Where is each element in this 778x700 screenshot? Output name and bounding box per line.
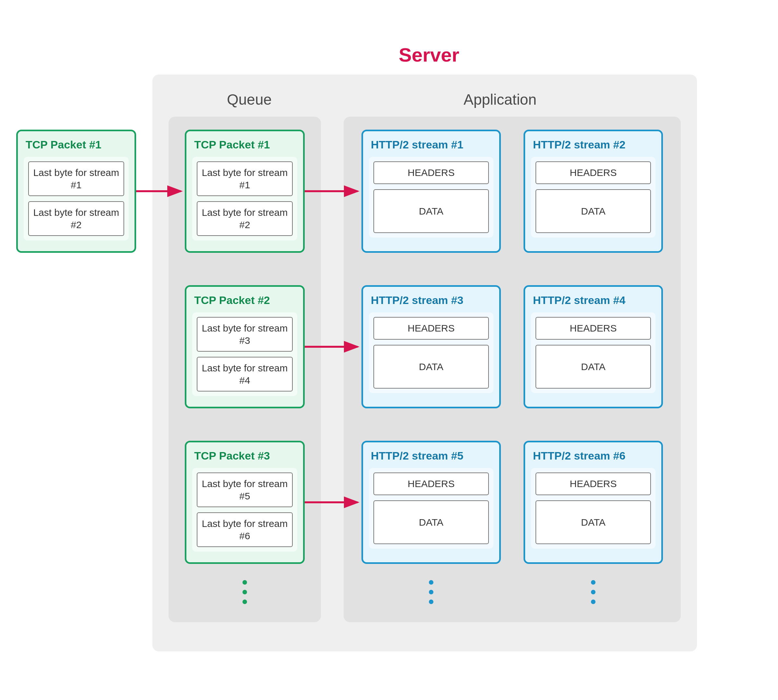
- stream-headers: HEADERS: [374, 317, 489, 340]
- stream-title: HTTP/2 stream #4: [533, 294, 656, 307]
- stream-data: DATA: [374, 345, 489, 388]
- stream-title: HTTP/2 stream #2: [533, 138, 656, 151]
- stream-title: HTTP/2 stream #5: [371, 450, 493, 462]
- queue-ellipsis-icon: [242, 580, 247, 604]
- http2-stream-5: HTTP/2 stream #5 HEADERS DATA: [361, 441, 501, 564]
- tcp-packet-inner: Last byte for stream #5 Last byte for st…: [192, 468, 297, 552]
- tcp-packet-title: TCP Packet #1: [26, 138, 129, 151]
- stream-data: DATA: [536, 189, 651, 233]
- diagram-title: Server: [399, 44, 459, 66]
- byte-row: Last byte for stream #2: [28, 201, 124, 236]
- byte-row: Last byte for stream #2: [197, 201, 293, 236]
- stream-inner: HEADERS DATA: [369, 468, 493, 549]
- http2-stream-6: HTTP/2 stream #6 HEADERS DATA: [524, 441, 663, 564]
- tcp-packet-inner: Last byte for stream #1 Last byte for st…: [192, 157, 297, 240]
- tcp-packet-inner: Last byte for stream #3 Last byte for st…: [192, 312, 297, 396]
- stream-headers: HEADERS: [374, 472, 489, 495]
- tcp-packet-title: TCP Packet #1: [194, 138, 297, 151]
- stream-headers: HEADERS: [536, 472, 651, 495]
- http2-stream-3: HTTP/2 stream #3 HEADERS DATA: [361, 285, 501, 408]
- byte-row: Last byte for stream #4: [197, 357, 293, 392]
- tcp-packet-inner: Last byte for stream #1 Last byte for st…: [24, 157, 129, 240]
- stream-data: DATA: [536, 345, 651, 388]
- stream-inner: HEADERS DATA: [369, 157, 493, 238]
- byte-row: Last byte for stream #1: [197, 162, 293, 196]
- stream-title: HTTP/2 stream #6: [533, 450, 656, 462]
- stream-inner: HEADERS DATA: [531, 468, 656, 549]
- byte-row: Last byte for stream #6: [197, 512, 293, 547]
- http2-stream-1: HTTP/2 stream #1 HEADERS DATA: [361, 130, 501, 253]
- stream-data: DATA: [374, 500, 489, 544]
- tcp-packet-title: TCP Packet #2: [194, 294, 297, 307]
- stream-data: DATA: [536, 500, 651, 544]
- queue-tcp-packet-1: TCP Packet #1 Last byte for stream #1 La…: [185, 130, 305, 253]
- byte-row: Last byte for stream #3: [197, 317, 293, 352]
- http2-stream-2: HTTP/2 stream #2 HEADERS DATA: [524, 130, 663, 253]
- queue-tcp-packet-2: TCP Packet #2 Last byte for stream #3 La…: [185, 285, 305, 408]
- stream-headers: HEADERS: [536, 317, 651, 340]
- byte-row: Last byte for stream #5: [197, 472, 293, 507]
- byte-row: Last byte for stream #1: [28, 162, 124, 196]
- stream-headers: HEADERS: [536, 162, 651, 184]
- external-tcp-packet: TCP Packet #1 Last byte for stream #1 La…: [16, 130, 136, 253]
- app-ellipsis-icon: [591, 580, 596, 604]
- stream-inner: HEADERS DATA: [369, 312, 493, 393]
- stream-inner: HEADERS DATA: [531, 312, 656, 393]
- stream-inner: HEADERS DATA: [531, 157, 656, 238]
- stream-data: DATA: [374, 189, 489, 233]
- app-ellipsis-icon: [429, 580, 433, 604]
- queue-tcp-packet-3: TCP Packet #3 Last byte for stream #5 La…: [185, 441, 305, 564]
- http2-stream-4: HTTP/2 stream #4 HEADERS DATA: [524, 285, 663, 408]
- queue-section-label: Queue: [227, 91, 272, 108]
- stream-title: HTTP/2 stream #1: [371, 138, 493, 151]
- stream-headers: HEADERS: [374, 162, 489, 184]
- tcp-packet-title: TCP Packet #3: [194, 450, 297, 462]
- application-section-label: Application: [464, 91, 536, 108]
- stream-title: HTTP/2 stream #3: [371, 294, 493, 307]
